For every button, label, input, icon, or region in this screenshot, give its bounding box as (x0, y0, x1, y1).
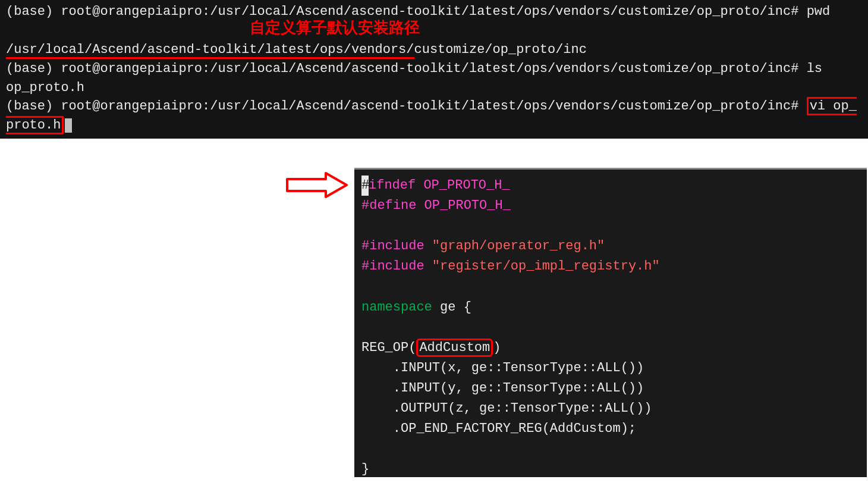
ls-output: op_proto.h (6, 80, 84, 95)
arrow-right-icon (284, 170, 350, 204)
path-rest: customize/op_proto/inc (414, 42, 587, 57)
editor-line-15: } (361, 459, 860, 480)
path-underlined: /usr/local/Ascend/ascend-toolkit/latest/… (6, 42, 414, 59)
annotation-label: 自定义算子默认安装路径 (250, 17, 420, 39)
prompt-line-2: (base) root@orangepiaipro:/usr/local/Asc… (6, 61, 822, 76)
prompt-line-3: (base) root@orangepiaipro:/usr/local/Asc… (6, 99, 857, 133)
editor-line-7: namespace ge { (361, 297, 860, 318)
pwd-output-line: /usr/local/Ascend/ascend-toolkit/latest/… (6, 42, 587, 59)
editor-line-13: .OP_END_FACTORY_REG(AddCustom); (361, 419, 860, 439)
command-pwd: pwd (807, 4, 831, 19)
editor-line-5: #include "register/op_impl_registry.h" (361, 256, 860, 277)
editor-line-14 (361, 439, 860, 459)
editor-line-11: .INPUT(y, ge::TensorType::ALL()) (361, 378, 860, 399)
editor-line-12: .OUTPUT(z, ge::TensorType::ALL()) (361, 399, 860, 419)
vi-editor-pane[interactable]: #ifndef OP_PROTO_H_ #define OP_PROTO_H_ … (354, 168, 867, 477)
editor-line-8 (361, 318, 860, 338)
editor-line-9: REG_OP(AddCustom) (361, 338, 860, 358)
op-name-highlight: AddCustom (416, 339, 493, 357)
editor-line-3 (361, 216, 860, 236)
command-ls: ls (807, 61, 822, 76)
editor-cursor: # (361, 176, 369, 196)
editor-line-1: #ifndef OP_PROTO_H_ (361, 176, 860, 196)
terminal-output[interactable]: (base) root@orangepiaipro:/usr/local/Asc… (0, 0, 868, 139)
editor-line-6 (361, 277, 860, 297)
terminal-cursor (65, 118, 72, 133)
editor-line-2: #define OP_PROTO_H_ (361, 196, 860, 216)
editor-line-4: #include "graph/operator_reg.h" (361, 236, 860, 256)
editor-line-10: .INPUT(x, ge::TensorType::ALL()) (361, 358, 860, 378)
